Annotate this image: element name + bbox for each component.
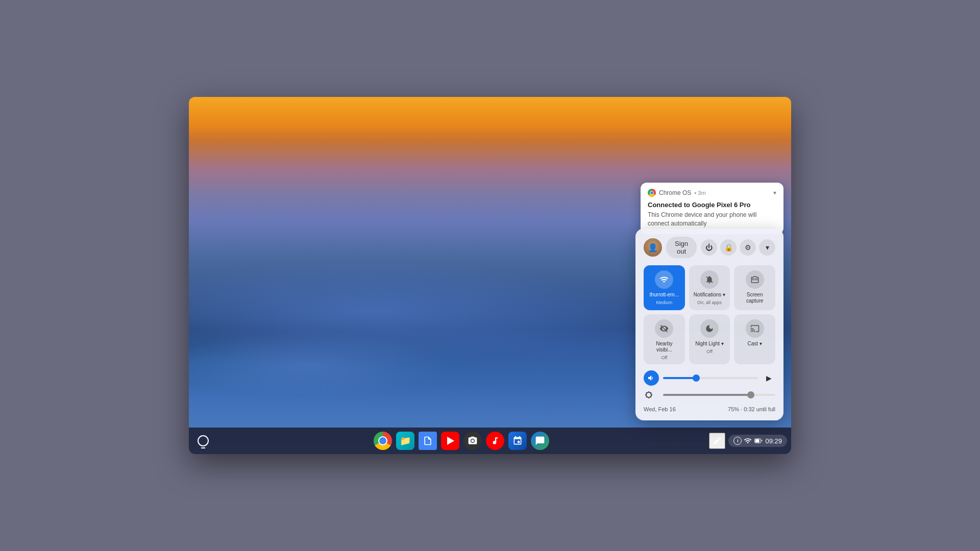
screen-capture-tile-icon: [746, 270, 764, 289]
notification-app-name: Chrome OS: [659, 189, 691, 196]
pin-app-icon[interactable]: [507, 431, 528, 451]
power-icon: ⏻: [705, 243, 713, 252]
screen-capture-tile[interactable]: Screen capture: [734, 265, 775, 310]
youtube-play-icon: [447, 437, 454, 445]
power-button[interactable]: ⏻: [701, 239, 717, 256]
taskbar-right: i 09:29: [709, 433, 787, 449]
settings-button[interactable]: ⚙: [740, 239, 756, 256]
chrome-os-icon: [648, 189, 656, 197]
battery-info: 75% · 0:32 until full: [728, 406, 775, 412]
sign-out-button[interactable]: Sign out: [666, 237, 697, 258]
time-display: 09:29: [765, 437, 782, 445]
notifications-tile-icon: [700, 270, 719, 289]
notification-header: Chrome OS • 3m ▾: [648, 189, 776, 197]
night-light-tile-sublabel: Off: [706, 349, 713, 354]
files-icon: 📁: [396, 432, 414, 450]
notifications-tile-sublabel: On, all apps: [697, 300, 722, 305]
chrome-app-icon[interactable]: [373, 431, 393, 451]
lock-icon: 🔒: [724, 243, 733, 252]
night-light-tile[interactable]: Night Light ▾ Off: [689, 314, 730, 364]
notification-time: • 3m: [694, 190, 705, 196]
nearby-visibility-tile-sublabel: Off: [661, 355, 667, 360]
taskbar-apps: 📁: [213, 431, 709, 451]
wifi-tile-label: thurrott-em...: [650, 292, 679, 298]
settings-icon: ⚙: [745, 243, 751, 252]
nearby-visibility-tile[interactable]: Nearby visibi... Off: [644, 314, 685, 364]
volume-next-button[interactable]: ▶: [762, 371, 775, 385]
volume-slider-fill: [663, 377, 696, 379]
lock-button[interactable]: 🔒: [720, 239, 737, 256]
night-light-tile-label: Night Light ▾: [695, 341, 724, 347]
notifications-tile-label: Notifications ▾: [694, 292, 725, 298]
quick-settings-header: 👤 Sign out ⏻ 🔒 ⚙ ▾: [644, 237, 775, 258]
notification-card: Chrome OS • 3m ▾ Connected to Google Pix…: [641, 183, 783, 234]
yt-music-icon: [486, 432, 504, 450]
quick-settings-panel: 👤 Sign out ⏻ 🔒 ⚙ ▾: [635, 229, 783, 420]
taskbar-left: [193, 431, 213, 451]
avatar-image: 👤: [644, 238, 662, 257]
launcher-icon: [198, 435, 209, 446]
svg-rect-6: [755, 439, 760, 442]
volume-slider-track[interactable]: [663, 377, 758, 379]
brightness-slider-thumb: [747, 391, 754, 398]
svg-point-4: [471, 439, 474, 442]
volume-icon: [644, 370, 659, 386]
status-area[interactable]: i 09:29: [728, 435, 787, 447]
volume-slider-thumb: [693, 374, 700, 382]
brightness-slider-track[interactable]: [663, 394, 775, 396]
notification-expand-button[interactable]: ▾: [773, 189, 776, 196]
brightness-slider-fill: [663, 394, 751, 396]
camera-app-icon[interactable]: [462, 431, 483, 451]
cast-tile-icon: [746, 319, 764, 338]
notification-body: This Chrome device and your phone will c…: [648, 211, 776, 228]
messages-icon: [531, 432, 549, 450]
svg-rect-1: [752, 279, 754, 280]
wifi-tile-icon: [655, 270, 673, 289]
notification-title: Connected to Google Pixel 6 Pro: [648, 201, 776, 209]
wifi-tile-sublabel: Medium: [656, 300, 672, 305]
taskbar: 📁: [189, 428, 791, 454]
cast-tile-label: Cast ▾: [747, 341, 762, 347]
docs-icon: [419, 432, 437, 450]
files-app-icon[interactable]: 📁: [395, 431, 415, 451]
notifications-tile[interactable]: Notifications ▾ On, all apps: [689, 265, 730, 310]
volume-slider-row: ▶: [644, 370, 775, 386]
brightness-icon: [644, 390, 654, 400]
quick-settings-footer: Wed, Feb 16 75% · 0:32 until full: [644, 406, 775, 412]
pin-icon: [508, 432, 527, 450]
security-icon: i: [733, 437, 742, 445]
quick-settings-action-buttons: ⏻ 🔒 ⚙ ▾: [701, 239, 775, 256]
camera-icon: [463, 432, 482, 450]
brightness-slider-row: [644, 390, 775, 400]
yt-music-app-icon[interactable]: [485, 431, 505, 451]
night-light-tile-icon: [700, 319, 719, 338]
docs-app-icon[interactable]: [418, 431, 438, 451]
nearby-visibility-tile-icon: [655, 319, 673, 338]
battery-status-icon: [754, 437, 763, 445]
date-display: Wed, Feb 16: [644, 406, 676, 412]
cast-tile[interactable]: Cast ▾: [734, 314, 775, 364]
collapse-button[interactable]: ▾: [759, 239, 775, 256]
avatar: 👤: [644, 238, 662, 257]
desktop-frame: Chrome OS • 3m ▾ Connected to Google Pix…: [189, 97, 791, 454]
youtube-icon: [441, 432, 459, 450]
status-icons: i: [733, 437, 763, 445]
chevron-down-icon: ▾: [766, 243, 769, 252]
youtube-app-icon[interactable]: [440, 431, 460, 451]
launcher-button[interactable]: [193, 431, 213, 451]
screen-capture-tile-label: Screen capture: [738, 292, 771, 304]
pen-button[interactable]: [709, 433, 725, 449]
svg-rect-2: [755, 279, 757, 280]
quick-settings-tiles: thurrott-em... Medium Notifications ▾ On…: [644, 265, 775, 364]
wifi-tile[interactable]: thurrott-em... Medium: [644, 265, 685, 310]
chrome-icon: [374, 432, 392, 450]
wifi-status-icon: [744, 437, 752, 445]
messages-app-icon[interactable]: [530, 431, 550, 451]
nearby-visibility-tile-label: Nearby visibi...: [648, 341, 681, 353]
